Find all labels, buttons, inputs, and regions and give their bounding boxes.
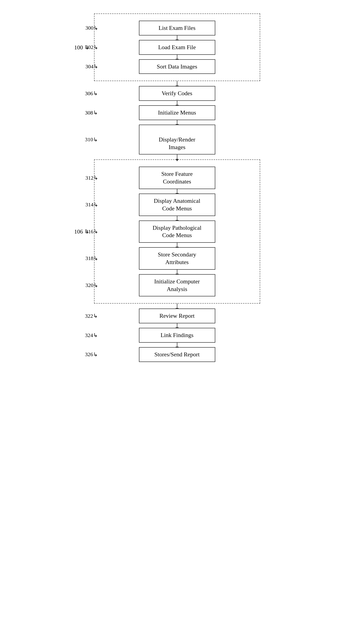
node-304-row: 304 ↳ Sort Data Images (104, 59, 251, 74)
box-312: Store FeatureCoordinates (139, 166, 215, 189)
ref-322: 322 ↳ (85, 313, 98, 319)
node-300-row: 300 ↳ List Exam Files (104, 21, 251, 36)
box-310: Display/Render Images (139, 124, 215, 154)
box-316: Display PathologicalCode Menus (139, 220, 215, 243)
node-316-row: 316 ↳ Display PathologicalCode Menus (104, 220, 251, 243)
box-308: Initialize Menus (139, 105, 215, 120)
ref-320: 320 ↳ (86, 282, 98, 288)
ref-314: 314 ↳ (86, 202, 98, 208)
ref-316: 316 ↳ (86, 228, 98, 235)
box-304: Sort Data Images (139, 59, 215, 74)
ref-300: 300 ↳ (86, 25, 98, 31)
box-302: Load Exam File (139, 40, 215, 55)
box-306: Verify Codes (139, 86, 215, 101)
node-310-row: 310 ↳ Display/Render Images (103, 124, 251, 154)
node-326-row: 326 ↳ Stores/Send Report (103, 347, 251, 362)
node-302-row: 302 ↳ Load Exam File (104, 40, 251, 55)
ref-310: 310 ↳ (85, 136, 98, 143)
ref-306: 306 ↳ (85, 90, 98, 96)
box-314: Display AnatomicalCode Menus (139, 194, 215, 216)
node-308-row: 308 ↳ Initialize Menus (103, 105, 251, 120)
node-314-row: 314 ↳ Display AnatomicalCode Menus (104, 194, 251, 216)
box-326: Stores/Send Report (139, 347, 215, 362)
node-318-row: 318 ↳ Store SecondaryAttributes (104, 247, 251, 270)
box-324: Link Findings (139, 328, 215, 343)
ref-324: 324 ↳ (85, 332, 98, 338)
node-320-row: 320 ↳ Initialize ComputerAnalysis (104, 274, 251, 297)
ref-304: 304 ↳ (86, 63, 98, 70)
ref-302: 302 ↳ (86, 44, 98, 50)
box-322: Review Report (139, 308, 215, 323)
ref-312: 312 ↳ (86, 175, 98, 181)
ref-308: 308 ↳ (85, 110, 98, 116)
node-312-row: 312 ↳ Store FeatureCoordinates (104, 166, 251, 189)
node-322-row: 322 ↳ Review Report (103, 308, 251, 323)
node-306-row: 306 ↳ Verify Codes (103, 86, 251, 101)
box-320: Initialize ComputerAnalysis (139, 274, 215, 297)
ref-318: 318 ↳ (86, 255, 98, 262)
node-324-row: 324 ↳ Link Findings (103, 328, 251, 343)
flowchart-diagram: 100 ↳ 300 ↳ List Exam Files 302 ↳ (76, 9, 278, 362)
box-318: Store SecondaryAttributes (139, 247, 215, 270)
box-300: List Exam Files (139, 21, 215, 36)
ref-326: 326 ↳ (85, 352, 98, 358)
